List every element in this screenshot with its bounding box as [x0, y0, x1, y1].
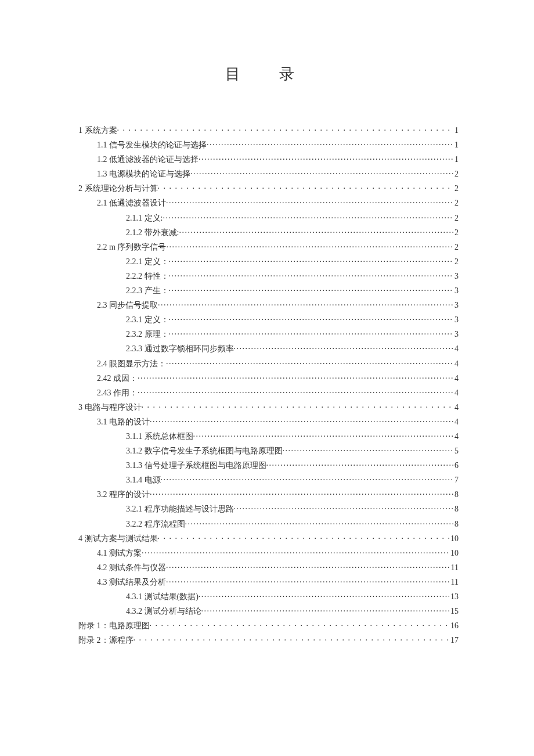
toc-entry-label: 3.1.1 系统总体框图: [126, 433, 193, 441]
toc-entry-page: 2: [453, 258, 459, 266]
toc-entry: 2.3.3 通过数字锁相环同步频率4: [78, 343, 459, 353]
toc-entry: 3.1.4 电源7: [78, 474, 459, 484]
toc-leader-dots: [166, 577, 450, 585]
toc-entry-page: 8: [453, 505, 459, 513]
toc-entry: 3.2 程序的设计8: [78, 489, 459, 499]
toc-entry: 2.2.2 特性：3: [78, 271, 459, 280]
toc-entry: 2.4 眼图显示方法：4: [78, 358, 459, 368]
toc-leader-dots: [150, 620, 450, 628]
toc-entry: 1 系统方案1: [78, 125, 459, 135]
toc-leader-dots: [169, 256, 454, 264]
toc-entry-label: 2.2.1 定义：: [126, 258, 169, 266]
toc-entry: 3.1.3 信号处理子系统框图与电路原理图6: [78, 460, 459, 470]
toc-leader-dots: [138, 387, 453, 395]
toc-entry: 2.1.1 定义:2: [78, 213, 459, 222]
toc-entry-label: 附录 1：电路原理图: [78, 622, 150, 630]
toc-entry-page: 4: [453, 375, 459, 383]
toc-leader-dots: [166, 197, 453, 206]
toc-entry-page: 2: [453, 243, 459, 251]
toc-entry: 4.1 测试方案10: [78, 548, 459, 557]
toc-entry-label: 2.4 眼图显示方法：: [97, 360, 166, 368]
toc-entry-label: 2.2 m 序列数字信号: [97, 243, 166, 251]
toc-entry-page: 8: [453, 491, 459, 499]
toc-entry-label: 2.3.2 原理：: [126, 330, 169, 339]
toc-entry-page: 16: [449, 622, 459, 630]
toc-entry-page: 10: [449, 549, 459, 557]
toc-leader-dots: [163, 213, 453, 221]
toc-entry-label: 3.2 程序的设计: [97, 491, 150, 499]
toc-entry-page: 3: [453, 287, 459, 295]
toc-entry-page: 3: [453, 272, 459, 280]
toc-entry-label: 附录 2：源程序: [78, 636, 134, 645]
toc-leader-dots: [158, 183, 454, 191]
toc-entry-page: 1: [453, 127, 459, 135]
toc-entry-label: 2.43 作用：: [97, 389, 138, 397]
toc-entry-label: 3.1 电路的设计: [97, 418, 150, 426]
toc-entry-page: 13: [449, 593, 459, 601]
toc-leader-dots: [169, 314, 454, 322]
toc-entry-page: 4: [453, 345, 459, 353]
toc-entry-label: 3.1.4 电源: [126, 476, 161, 484]
toc-leader-dots: [199, 154, 453, 162]
toc-entry-page: 4: [453, 418, 459, 426]
toc-entry-label: 1.3 电源模块的论证与选择: [97, 170, 190, 178]
toc-entry-page: 11: [450, 564, 459, 572]
toc-entry: 2.1 低通滤波器设计2: [78, 197, 459, 207]
toc-entry-page: 2: [453, 170, 459, 178]
toc-entry-label: 2.1 低通滤波器设计: [97, 199, 166, 207]
toc-leader-dots: [117, 125, 454, 133]
toc-leader-dots: [234, 343, 454, 351]
toc-leader-dots: [169, 329, 454, 337]
toc-entry-label: 3.2.2 程序流程图: [126, 520, 185, 528]
toc-entry-label: 3.2.1 程序功能描述与设计思路: [126, 505, 234, 513]
toc-entry: 4 测试方案与测试结果10: [78, 533, 459, 543]
toc-entry-page: 1: [453, 141, 459, 149]
toc-entry: 4.3.2 测试分析与结论15: [78, 606, 459, 615]
toc-entry: 3.2.2 程序流程图8: [78, 519, 459, 528]
toc-entry-page: 8: [453, 520, 459, 528]
toc-entry-page: 11: [450, 578, 459, 586]
toc-entry-page: 17: [449, 636, 459, 645]
toc-entry: 3.1.1 系统总体框图4: [78, 431, 459, 441]
toc-leader-dots: [138, 373, 453, 381]
toc-entry-label: 2.2.2 特性：: [126, 272, 169, 280]
toc-leader-dots: [201, 606, 450, 614]
toc-entry-page: 2: [453, 229, 459, 237]
toc-entry-label: 3.1.2 数字信号发生子系统框图与电路原理图: [126, 447, 283, 455]
toc-entry-label: 2.42 成因：: [97, 375, 138, 383]
toc-entry-page: 2: [453, 185, 459, 193]
toc-entry-label: 4.1 测试方案: [97, 549, 142, 557]
toc-entry-page: 4: [453, 360, 459, 368]
toc-leader-dots: [134, 635, 450, 643]
toc-entry: 2.43 作用：4: [78, 387, 459, 397]
toc-leader-dots: [169, 285, 454, 293]
toc-entry: 4.3 测试结果及分析11: [78, 577, 459, 586]
toc-leader-dots: [185, 519, 454, 527]
toc-leader-dots: [234, 503, 454, 512]
toc-entry-label: 2.1.2 带外衰减:: [126, 229, 179, 237]
toc-entry-label: 2 系统理论分析与计算: [78, 185, 158, 193]
toc-leader-dots: [169, 271, 454, 279]
toc-entry-page: 3: [453, 316, 459, 324]
toc-leader-dots: [166, 242, 453, 250]
toc-entry: 1.3 电源模块的论证与选择2: [78, 168, 459, 178]
toc-entry: 4.2 测试条件与仪器11: [78, 562, 459, 572]
toc-leader-dots: [283, 445, 454, 453]
toc-entry-label: 2.3.1 定义：: [126, 316, 169, 324]
toc-entry: 3.1 电路的设计4: [78, 416, 459, 426]
toc-entry-page: 6: [453, 462, 459, 470]
toc-entry: 2.1.2 带外衰减:2: [78, 227, 459, 237]
toc-leader-dots: [150, 416, 453, 424]
toc-entry-label: 2.2.3 产生：: [126, 287, 169, 295]
toc-entry: 2.2 m 序列数字信号2: [78, 242, 459, 251]
toc-entry-label: 2.3.3 通过数字锁相环同步频率: [126, 345, 234, 353]
toc-entry-label: 3.1.3 信号处理子系统框图与电路原理图: [126, 462, 266, 470]
toc-entry-label: 4.3.1 测试结果(数据): [126, 593, 199, 601]
toc-entry: 2 系统理论分析与计算2: [78, 183, 459, 193]
toc-entry-page: 3: [453, 301, 459, 309]
toc-entry-label: 2.3 同步信号提取: [97, 301, 158, 309]
table-of-contents: 1 系统方案11.1 信号发生模块的论证与选择11.2 低通滤波器的论证与选择1…: [78, 125, 459, 645]
toc-entry: 3 电路与程序设计4: [78, 402, 459, 412]
toc-entry-label: 1 系统方案: [78, 127, 117, 135]
toc-leader-dots: [142, 548, 449, 556]
